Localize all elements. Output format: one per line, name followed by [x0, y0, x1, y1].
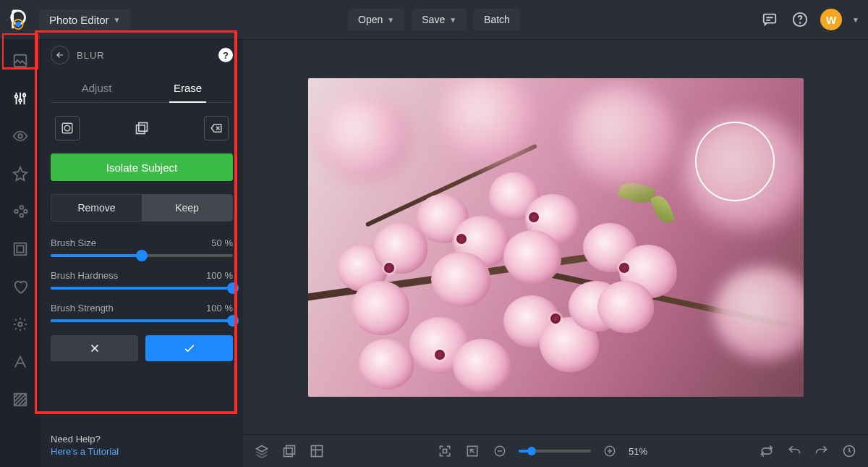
chevron-down-icon: ▼ — [387, 16, 394, 24]
rail-heart-icon[interactable] — [9, 276, 31, 298]
isolate-subject-button[interactable]: Isolate Subject — [51, 153, 233, 181]
actual-size-icon[interactable] — [464, 442, 481, 460]
svg-point-13 — [24, 210, 27, 214]
batch-label: Batch — [484, 14, 510, 25]
redo-icon[interactable] — [813, 442, 830, 460]
panel-title: BLUR — [77, 50, 105, 61]
apply-button[interactable] — [145, 335, 233, 361]
bottom-bar: 51% — [243, 434, 868, 467]
tab-erase[interactable]: Erase — [169, 82, 206, 103]
svg-point-9 — [18, 134, 22, 138]
brush-size-slider[interactable] — [51, 254, 233, 257]
rail-adjust-icon[interactable] — [9, 88, 31, 109]
chevron-down-icon: ▼ — [114, 16, 121, 24]
help-icon[interactable] — [790, 9, 810, 30]
feedback-icon[interactable] — [760, 9, 780, 30]
history-icon[interactable] — [841, 442, 858, 460]
rail-star-icon[interactable] — [9, 163, 31, 185]
svg-rect-23 — [286, 446, 295, 455]
zoom-in-icon[interactable] — [601, 442, 618, 460]
brush-hardness-value: 100 % — [206, 270, 233, 281]
undo-icon[interactable] — [786, 442, 803, 460]
layers-icon[interactable] — [253, 442, 271, 460]
blur-panel: BLUR ? Adjust Erase Isolate Subject Remo… — [41, 40, 243, 467]
brush-cursor-preview — [695, 122, 775, 201]
fit-icon[interactable] — [436, 442, 454, 460]
svg-point-19 — [64, 125, 70, 131]
svg-rect-18 — [62, 123, 72, 133]
rail-eye-icon[interactable] — [9, 125, 31, 147]
brush-hardness-label: Brush Hardness — [51, 270, 118, 281]
svg-point-1 — [15, 22, 21, 28]
brush-strength-slider[interactable] — [51, 319, 233, 322]
rail-frame-icon[interactable] — [9, 238, 31, 260]
edited-image — [308, 78, 804, 397]
batch-button[interactable]: Batch — [474, 9, 520, 30]
avatar[interactable]: W — [820, 9, 842, 30]
svg-rect-15 — [17, 245, 23, 252]
brush-hardness-slider[interactable] — [51, 287, 233, 290]
svg-rect-21 — [139, 123, 148, 132]
brush-strength-label: Brush Strength — [51, 303, 114, 314]
zoom-value: 51% — [629, 446, 647, 457]
save-label: Save — [422, 14, 445, 25]
tutorial-link[interactable]: Here's a Tutorial — [51, 446, 119, 457]
tool-circle-icon[interactable] — [55, 116, 80, 140]
svg-rect-24 — [312, 446, 323, 457]
svg-point-7 — [19, 99, 22, 102]
rail-text-icon[interactable] — [9, 351, 31, 373]
loop-icon[interactable] — [758, 442, 775, 460]
avatar-initial: W — [826, 14, 836, 26]
svg-rect-20 — [137, 125, 145, 134]
tool-clear-icon[interactable] — [204, 116, 229, 140]
app-name-label: Photo Editor — [49, 14, 109, 26]
canvas-area[interactable] — [243, 40, 868, 434]
top-bar: Photo Editor ▼ Open ▼ Save ▼ Batch W ▼ — [0, 0, 868, 40]
rail-nodes-icon[interactable] — [9, 201, 31, 222]
brush-size-value: 50 % — [211, 237, 233, 248]
compare-icon[interactable] — [281, 442, 298, 460]
chevron-down-icon: ▼ — [449, 16, 456, 24]
remove-toggle[interactable]: Remove — [51, 195, 142, 221]
tab-adjust[interactable]: Adjust — [77, 82, 116, 102]
tool-rail — [0, 40, 41, 467]
rail-canvas-icon[interactable] — [9, 50, 31, 72]
chevron-down-icon[interactable]: ▼ — [852, 16, 859, 24]
rail-texture-icon[interactable] — [9, 389, 31, 411]
open-button[interactable]: Open ▼ — [348, 9, 404, 30]
app-picker[interactable]: Photo Editor ▼ — [39, 9, 130, 30]
help-question: Need Help? — [51, 434, 119, 445]
svg-rect-14 — [14, 243, 27, 256]
panel-help-icon[interactable]: ? — [218, 48, 233, 62]
svg-point-4 — [800, 22, 801, 23]
open-label: Open — [358, 14, 383, 25]
svg-rect-2 — [764, 14, 776, 23]
svg-point-8 — [23, 94, 26, 97]
tool-invert-icon[interactable] — [129, 116, 154, 140]
keep-toggle[interactable]: Keep — [142, 195, 232, 221]
zoom-out-icon[interactable] — [491, 442, 509, 460]
svg-point-10 — [14, 210, 18, 214]
svg-point-16 — [18, 322, 22, 327]
zoom-slider[interactable] — [519, 450, 591, 453]
panel-back-button[interactable] — [51, 46, 69, 64]
grid-icon[interactable] — [308, 442, 326, 460]
rail-gear-icon[interactable] — [9, 314, 31, 335]
brush-strength-value: 100 % — [206, 303, 233, 314]
svg-point-12 — [20, 214, 24, 217]
brush-size-label: Brush Size — [51, 237, 96, 248]
svg-rect-22 — [284, 448, 293, 457]
cancel-button[interactable] — [51, 335, 138, 361]
save-button[interactable]: Save ▼ — [412, 9, 467, 30]
svg-rect-25 — [443, 450, 446, 453]
svg-point-11 — [20, 206, 24, 209]
svg-point-6 — [15, 95, 18, 98]
app-logo — [9, 9, 30, 30]
